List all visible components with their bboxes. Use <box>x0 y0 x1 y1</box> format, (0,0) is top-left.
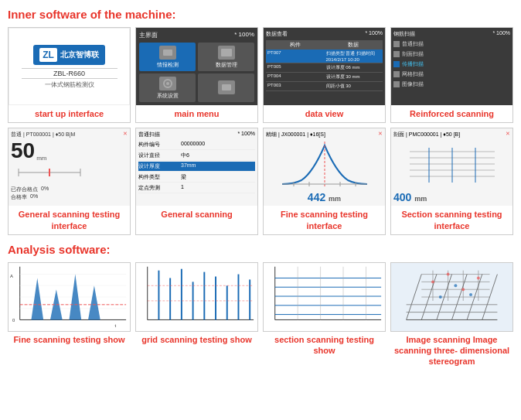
image-show-image <box>390 262 513 332</box>
gscan-row-4: 定点旁测 1 <box>138 183 255 193</box>
svg-point-88 <box>469 293 472 296</box>
gsti-image: 普通 | PT000001 | ♦50 B|M ✕ 50 mm <box>9 128 130 206</box>
sscan-topbar-text: 剖面 | PMC000001 | ♦50 [B] <box>393 131 460 138</box>
mm-item-system[interactable]: 系统设置 <box>139 73 196 102</box>
dv-col1: 构件 <box>266 40 325 50</box>
gscan-row-0-val: 00000000 <box>181 141 205 149</box>
dv-row-1-id: PT005 <box>266 63 325 72</box>
dv-row-2-id: PT004 <box>266 73 325 81</box>
mm-item-system-label: 系统设置 <box>157 92 179 100</box>
dv-row-3[interactable]: PT003 间距小值 30 <box>266 82 383 91</box>
svg-point-3 <box>166 82 169 85</box>
analysis-section: Analysis software: <box>8 243 513 370</box>
startup-label: start up interface <box>33 105 105 122</box>
fscan-image: 精细 | JX000001 | ♦16[S] ✕ <box>264 128 385 206</box>
dv-row-1-data: 设计厚度 06 mm <box>325 63 383 72</box>
startup-image: ZL 北京智博联 ZBL-R660 一体式钢筋检测仪 <box>9 28 130 105</box>
rs-cb-1 <box>393 51 400 57</box>
sscan-number: 400 <box>393 191 411 203</box>
svg-rect-1 <box>221 49 232 56</box>
gscan-row-3: 构件类型 梁 <box>138 172 255 183</box>
rs-item-3: 网格扫描 <box>393 70 510 78</box>
rscan-image: 钢筋扫描 * 100% 普通扫描 剖面扫描 传播扫描 <box>391 28 512 105</box>
gscan-row-4-val: 1 <box>181 184 184 192</box>
gscan-row-2-val: 37mm <box>181 162 196 170</box>
rs-item-2: 传播扫描 <box>393 60 510 68</box>
rs-text-2: 传播扫描 <box>402 60 424 68</box>
analysis-grid: 0 t A Fine scanning testing show <box>8 262 513 370</box>
sscan-label: Section scanning testing interface <box>391 206 512 234</box>
mm-item-patrol[interactable]: 情报检测 <box>139 43 196 71</box>
svg-point-83 <box>447 272 450 275</box>
rs-cb-4 <box>393 81 400 87</box>
gsti-bottom2: 合格率 <box>11 193 27 201</box>
grid-show-image <box>135 262 258 332</box>
gsti-unit: mm <box>36 155 46 162</box>
mm-item-extra[interactable] <box>198 73 254 102</box>
mm-item-data-label: 数据管理 <box>216 61 237 69</box>
zbl-box: ZL <box>39 48 57 62</box>
gscan-image: 普通扫描 * 100% 构件编号 00000000 设计直径 中6 设计厚度 3… <box>136 128 257 206</box>
row1-grid: ZL 北京智博联 ZBL-R660 一体式钢筋检测仪 start up inte… <box>8 27 513 123</box>
rs-bluetooth: * 100% <box>492 30 510 38</box>
gscan-row-0: 构件编号 00000000 <box>138 140 255 150</box>
gsti-close: ✕ <box>123 131 128 138</box>
gscan-bluetooth: * 100% <box>237 131 255 138</box>
gscan-row-0-label: 构件编号 <box>138 141 181 149</box>
fscan-number: 442 <box>308 191 325 203</box>
dv-row-3-id: PT003 <box>266 82 325 90</box>
gsti-bottom1: 已存合格点 <box>11 186 38 193</box>
rs-text-1: 剖面扫描 <box>402 50 424 58</box>
mainmenu-label: main menu <box>172 105 220 122</box>
gscan-row-2[interactable]: 设计厚度 37mm <box>138 162 255 172</box>
gscan-row-1-val: 中6 <box>181 152 189 159</box>
image-show-card: Image scanning Image scanning three- dim… <box>390 262 513 370</box>
svg-point-87 <box>454 284 457 287</box>
gsti-big-number: 50 <box>11 140 35 162</box>
svg-text:A: A <box>10 274 13 278</box>
grid-show-card: grid scanning testing show <box>135 262 258 370</box>
section-show-card: section scanning testing show <box>263 262 386 370</box>
dv-row-2[interactable]: PT004 设计厚度 30 mm <box>266 73 383 82</box>
fscan-close: ✕ <box>378 131 383 138</box>
fine-show-card: 0 t A Fine scanning testing show <box>8 262 131 370</box>
sscan-unit: mm <box>414 195 427 203</box>
fscan-label: Fine scanning testing interface <box>264 206 385 234</box>
fscan-unit: mm <box>329 195 341 203</box>
gscan-row-1: 设计直径 中6 <box>138 151 255 161</box>
system-icon <box>159 77 176 90</box>
svg-rect-4 <box>222 84 231 90</box>
rs-item-1: 剖面扫描 <box>393 50 510 58</box>
gscan-row-3-label: 构件类型 <box>138 173 181 181</box>
dv-row-1[interactable]: PT005 设计厚度 06 mm <box>266 63 383 73</box>
svg-rect-52 <box>264 263 385 331</box>
sscan-close: ✕ <box>506 131 510 138</box>
sscan-lines <box>393 140 510 190</box>
rs-item-0: 普通扫描 <box>393 40 510 48</box>
grid-show-label: grid scanning testing show <box>140 332 253 347</box>
gscan-row-4-label: 定点旁测 <box>138 184 181 192</box>
fscan-topbar-text: 精细 | JX000001 | ♦16[S] <box>266 131 325 138</box>
gsti-val1: 0% <box>41 186 49 193</box>
rscan-label: Reinforced scanning <box>408 105 495 122</box>
svg-point-85 <box>477 276 480 279</box>
fscan-card: 精细 | JX000001 | ♦16[S] ✕ <box>263 128 386 235</box>
dv-title: 数据查看 <box>266 30 288 38</box>
dv-row-2-data: 设计厚度 30 mm <box>325 73 383 81</box>
bell-curve <box>278 140 371 190</box>
dataview-image: 数据查看 * 100% 构件 数据 PT007 扫描类型 普通 扫描时间 201… <box>264 28 385 105</box>
row2-grid: 普通 | PT000001 | ♦50 B|M ✕ 50 mm <box>8 128 513 235</box>
image-show-label: Image scanning Image scanning three- dim… <box>390 332 513 370</box>
dv-row-3-data: 间距小值 30 <box>325 82 383 90</box>
mm-item-data[interactable]: 数据管理 <box>198 43 254 71</box>
section-title-analysis: Analysis software: <box>8 243 513 256</box>
gsti-topbar-text: 普通 | PT000001 | ♦50 B|M <box>11 131 75 138</box>
rs-title: 钢筋扫描 <box>393 30 415 38</box>
svg-point-84 <box>461 288 465 291</box>
patrol-icon <box>159 46 176 60</box>
fine-show-label: Fine scanning testing show <box>12 332 126 347</box>
dv-row-0[interactable]: PT007 扫描类型 普通 扫描时间 2014/2/17 10:20 <box>266 50 383 63</box>
gscan-card: 普通扫描 * 100% 构件编号 00000000 设计直径 中6 设计厚度 3… <box>135 128 258 235</box>
gscan-topbar-text: 普通扫描 <box>138 131 160 138</box>
model-name: ZBL-R660 <box>22 68 117 79</box>
